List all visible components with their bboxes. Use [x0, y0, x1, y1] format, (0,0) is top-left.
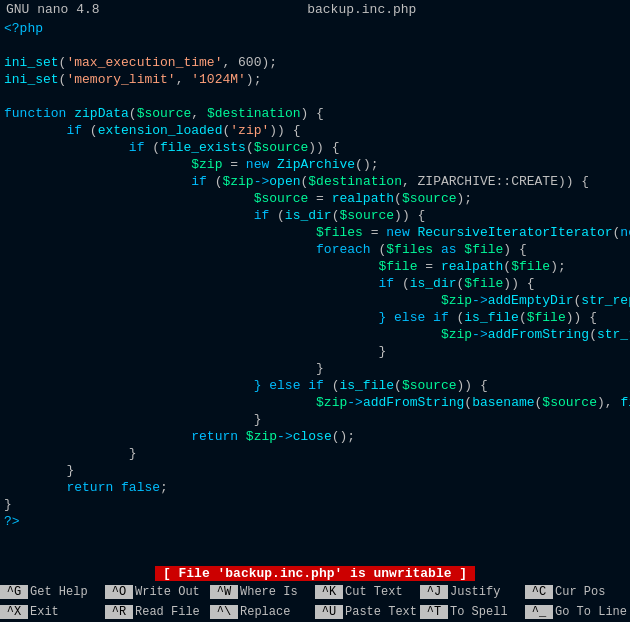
code-line-22: }: [0, 411, 630, 428]
header-left: GNU nano 4.8: [6, 2, 100, 17]
shortcut-item-1-3: ^UPaste Text: [315, 602, 420, 622]
shortcut-row-1: ^GGet Help^OWrite Out^WWhere Is^KCut Tex…: [0, 582, 630, 602]
shortcut-item-1-2: ^\Replace: [210, 602, 315, 622]
code-line-20: } else if (is_file($source)) {: [0, 377, 630, 394]
code-line-12: foreach ($files as $file) {: [0, 241, 630, 258]
code-line-9: $source = realpath($source);: [0, 190, 630, 207]
shortcut-item-1-1: ^RRead File: [105, 602, 210, 622]
code-line-25: }: [0, 462, 630, 479]
shortcut-label: Justify: [450, 585, 500, 599]
shortcut-item-0-4: ^JJustify: [420, 582, 525, 602]
shortcut-item-0-5: ^CCur Pos: [525, 582, 630, 602]
shortcut-label: Paste Text: [345, 605, 417, 619]
code-line-5: if (extension_loaded('zip')) {: [0, 122, 630, 139]
code-line-15: $zip->addEmptyDir(str_replace($source . …: [0, 292, 630, 309]
shortcut-label: Cur Pos: [555, 585, 605, 599]
shortcut-label: Cut Text: [345, 585, 403, 599]
code-line-21: $zip->addFromString(basename($source), f…: [0, 394, 630, 411]
shortcut-key: ^R: [105, 605, 133, 619]
shortcut-item-0-0: ^GGet Help: [0, 582, 105, 602]
code-line-18: }: [0, 343, 630, 360]
code-line-3: ini_set('memory_limit', '1024M');: [0, 71, 630, 88]
shortcut-label: Replace: [240, 605, 290, 619]
shortcut-label: Exit: [30, 605, 59, 619]
code-line-8: if ($zip->open($destination, ZIPARCHIVE:…: [0, 173, 630, 190]
shortcut-item-0-3: ^KCut Text: [315, 582, 420, 602]
status-message: [ File 'backup.inc.php' is unwritable ]: [155, 566, 475, 581]
code-line-24: }: [0, 445, 630, 462]
code-line-4: function zipData($source, $destination) …: [0, 105, 630, 122]
shortcut-key: ^W: [210, 585, 238, 599]
code-line-2: ini_set('max_execution_time', 600);: [0, 54, 630, 71]
header-center: backup.inc.php: [307, 2, 416, 17]
code-line-blank2: [0, 88, 630, 105]
shortcut-key: ^\: [210, 605, 238, 619]
code-line-6: if (file_exists($source)) {: [0, 139, 630, 156]
code-area: <?php ini_set('max_execution_time', 600)…: [0, 18, 630, 564]
app: GNU nano 4.8 backup.inc.php <?php ini_se…: [0, 0, 630, 622]
shortcut-label: To Spell: [450, 605, 508, 619]
shortcut-key: ^J: [420, 585, 448, 599]
shortcut-key: ^O: [105, 585, 133, 599]
shortcut-key: ^C: [525, 585, 553, 599]
shortcut-item-1-5: ^_Go To Line: [525, 602, 630, 622]
code-line-19: }: [0, 360, 630, 377]
code-line-blank1: [0, 37, 630, 54]
shortcut-key: ^X: [0, 605, 28, 619]
shortcut-item-0-2: ^WWhere Is: [210, 582, 315, 602]
shortcut-key: ^G: [0, 585, 28, 599]
code-line-13: $file = realpath($file);: [0, 258, 630, 275]
code-line-26: return false;: [0, 479, 630, 496]
code-line-1: <?php: [0, 20, 630, 37]
code-line-14: if (is_dir($file)) {: [0, 275, 630, 292]
code-line-17: $zip->addFromString(str_replace($source …: [0, 326, 630, 343]
shortcut-row-2: ^XExit^RRead File^\Replace^UPaste Text^T…: [0, 602, 630, 622]
shortcut-label: Get Help: [30, 585, 88, 599]
shortcut-key: ^U: [315, 605, 343, 619]
shortcut-label: Go To Line: [555, 605, 627, 619]
status-bar: [ File 'backup.inc.php' is unwritable ]: [0, 564, 630, 582]
shortcut-item-0-1: ^OWrite Out: [105, 582, 210, 602]
code-line-16: } else if (is_file($file)) {: [0, 309, 630, 326]
shortcut-label: Read File: [135, 605, 200, 619]
code-line-11: $files = new RecursiveIteratorIterator(n…: [0, 224, 630, 241]
code-line-27: }: [0, 496, 630, 513]
shortcut-item-1-0: ^XExit: [0, 602, 105, 622]
shortcut-key: ^T: [420, 605, 448, 619]
shortcut-label: Write Out: [135, 585, 200, 599]
code-line-10: if (is_dir($source)) {: [0, 207, 630, 224]
shortcut-key: ^K: [315, 585, 343, 599]
header: GNU nano 4.8 backup.inc.php: [0, 0, 630, 18]
code-line-7: $zip = new ZipArchive();: [0, 156, 630, 173]
code-line-28: ?>: [0, 513, 630, 530]
footer: ^GGet Help^OWrite Out^WWhere Is^KCut Tex…: [0, 582, 630, 622]
code-line-23: return $zip->close();: [0, 428, 630, 445]
shortcut-item-1-4: ^TTo Spell: [420, 602, 525, 622]
shortcut-label: Where Is: [240, 585, 298, 599]
shortcut-key: ^_: [525, 605, 553, 619]
